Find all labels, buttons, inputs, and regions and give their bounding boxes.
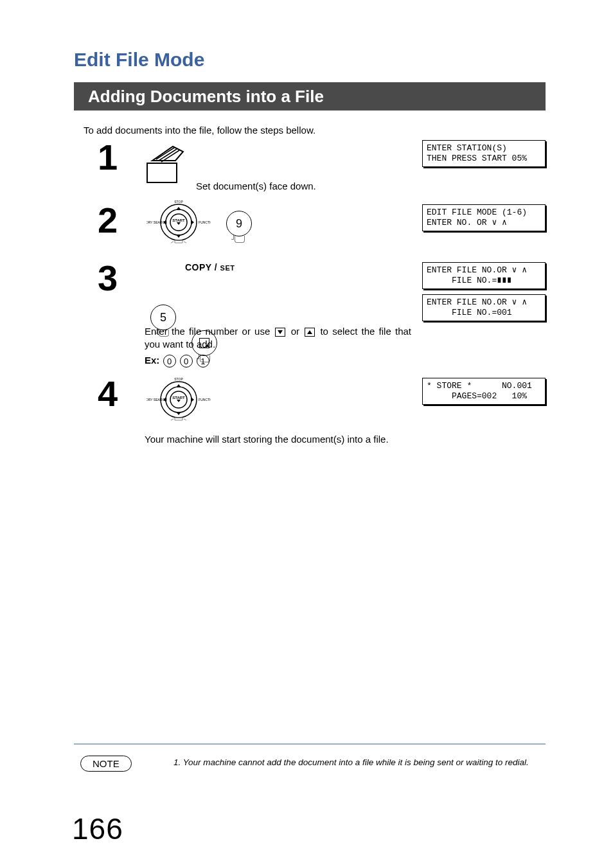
up-arrow-icon — [305, 328, 315, 337]
set-label: SET — [220, 264, 235, 272]
svg-text:FUNCTION: FUNCTION — [199, 398, 211, 402]
step-4-body: Your machine will start storing the docu… — [145, 434, 389, 445]
down-arrow-icon — [275, 328, 285, 337]
note-badge: NOTE — [80, 756, 132, 772]
step-1-text: Set document(s) face down. — [196, 181, 316, 191]
svg-text:STOP: STOP — [174, 200, 183, 204]
lcd-display-3a: ENTER FILE NO.OR ∨ ∧ FILE NO.=∎∎∎ — [422, 262, 546, 289]
ex-digit-2: 1 — [197, 355, 209, 368]
step-3-body: Enter the file number or use or to selec… — [145, 325, 411, 351]
lcd-display-1: ENTER STATION(S) THEN PRESS START 05% — [422, 140, 546, 167]
nav-dial-icon: START DIRECTORY SEARCH FUNCTION STOP — [147, 200, 211, 244]
svg-text:DIRECTORY
SEARCH: DIRECTORY SEARCH — [147, 398, 167, 402]
intro-text: To add documents into the file, follow t… — [84, 125, 315, 136]
step-1-number: 1 — [98, 136, 118, 178]
document-tray-icon — [145, 141, 191, 188]
section-title: Adding Documents into a File — [88, 87, 324, 107]
key-9-icon: 9 — [226, 211, 252, 236]
svg-text:FUNCTION: FUNCTION — [199, 220, 211, 224]
svg-text:STOP: STOP — [174, 378, 183, 381]
step-3-number: 3 — [98, 257, 118, 299]
step-4-number: 4 — [98, 373, 118, 414]
ex-digit-0: 0 — [163, 355, 176, 368]
key-9-label: 9 — [236, 217, 242, 231]
note-body: 1. Your machine cannot add the document … — [173, 757, 529, 767]
ex-digit-1: 0 — [180, 355, 193, 368]
copy-label: COPY — [185, 262, 211, 272]
svg-rect-0 — [147, 163, 177, 182]
lcd-display-3b: ENTER FILE NO.OR ∨ ∧ FILE NO.=001 — [422, 294, 546, 321]
step-3-body-before: Enter the file number or use — [145, 326, 274, 337]
section-header-bar: Adding Documents into a File — [74, 82, 546, 111]
svg-text:DIRECTORY
SEARCH: DIRECTORY SEARCH — [147, 220, 167, 224]
ex-prefix: Ex: — [145, 355, 159, 366]
page-number: 166 — [72, 811, 123, 846]
copy-set-label: COPY / SET — [185, 262, 235, 272]
step-2-number: 2 — [98, 199, 118, 241]
nav-dial-icon-2: START DIRECTORY SEARCH FUNCTION STOP — [147, 378, 211, 421]
step-3-body-middle: or — [291, 326, 304, 337]
lcd-display-4: * STORE * NO.001 PAGES=002 10% — [422, 378, 546, 405]
svg-text:START: START — [172, 218, 185, 222]
key-5-label: 5 — [160, 311, 166, 324]
svg-text:START: START — [172, 396, 185, 400]
lcd-display-2: EDIT FILE MODE (1-6) ENTER NO. OR ∨ ∧ — [422, 204, 546, 231]
step-3-example: Ex: 0 0 1 — [145, 355, 210, 368]
footer-rule — [74, 743, 546, 745]
note-text: 1. Your machine cannot add the document … — [173, 757, 529, 767]
page-title: Edit File Mode — [74, 49, 204, 71]
